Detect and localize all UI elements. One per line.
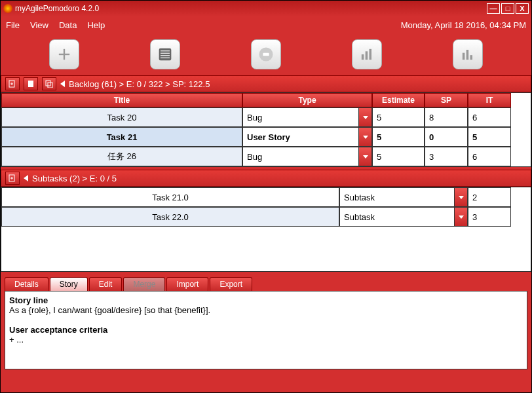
cell-title: 任务 26	[1, 147, 242, 166]
tab-story[interactable]: Story	[50, 277, 88, 291]
svg-rect-14	[28, 81, 33, 87]
backlog-header-text: Backlog (61) > E: 0 / 322 > SP: 122.5	[69, 79, 210, 89]
cell-type: Bug	[242, 107, 372, 127]
cell-type: Subtask	[339, 207, 468, 227]
svg-rect-6	[263, 53, 269, 56]
tab-export[interactable]: Export	[210, 277, 252, 291]
dropdown-icon[interactable]	[358, 147, 371, 166]
story-line-heading: Story line	[9, 295, 48, 305]
table-row[interactable]: Task 21.0 Subtask 2	[1, 187, 531, 207]
dropdown-icon[interactable]	[358, 108, 371, 126]
timer-button[interactable]	[251, 39, 281, 69]
toolbar	[1, 33, 531, 75]
doc-icon[interactable]	[24, 77, 38, 90]
table-row[interactable]: 任务 26 Bug 5 3 6	[1, 147, 531, 166]
cell-sp[interactable]: 8	[425, 107, 468, 127]
svg-rect-1	[161, 50, 170, 51]
cell-it[interactable]: 6	[468, 147, 511, 166]
cell-estimate[interactable]: 5	[372, 127, 425, 147]
story-line-text: As a {role}, I can/want {goal/desire} [s…	[9, 305, 210, 315]
dropdown-icon[interactable]	[454, 188, 467, 206]
cell-sp[interactable]: 0	[425, 127, 468, 147]
svg-rect-8	[366, 51, 368, 60]
cell-title: Task 21.0	[1, 187, 339, 207]
acceptance-heading: User acceptance criteria	[9, 325, 107, 335]
story-panel[interactable]: Story line As a {role}, I can/want {goal…	[5, 291, 527, 369]
col-type[interactable]: Type	[242, 93, 372, 107]
add-button[interactable]	[49, 39, 79, 69]
subtasks-grid: Task 21.0 Subtask 2 Task 22.0 Subtask 3	[1, 187, 531, 227]
col-sp[interactable]: SP	[425, 93, 468, 107]
svg-rect-2	[161, 53, 170, 54]
window-title: myAgilePomodoro 4.2.0	[15, 4, 485, 13]
list-button[interactable]	[150, 39, 180, 69]
cell-type: Bug	[242, 147, 372, 166]
new-doc-icon[interactable]	[5, 77, 20, 90]
col-title[interactable]: Title	[1, 93, 242, 107]
table-row[interactable]: Task 22.0 Subtask 3	[1, 207, 531, 227]
cell-type: Subtask	[339, 187, 468, 207]
tab-merge: Merge	[123, 277, 165, 291]
cell-num[interactable]: 2	[468, 187, 511, 207]
chart1-button[interactable]	[352, 39, 382, 69]
table-row[interactable]: Task 20 Bug 5 8 6	[1, 107, 531, 127]
svg-rect-11	[466, 50, 469, 60]
table-row-selected[interactable]: Task 21 User Story 5 0 5	[1, 127, 531, 147]
acceptance-text: + ...	[9, 335, 24, 345]
title-bar: myAgilePomodoro 4.2.0 — □ X	[1, 1, 531, 16]
svg-rect-3	[161, 55, 170, 56]
collapse-arrow-icon[interactable]	[24, 175, 28, 181]
svg-rect-10	[463, 53, 465, 60]
cell-title: Task 22.0	[1, 207, 339, 227]
tab-details[interactable]: Details	[5, 277, 48, 291]
menu-data[interactable]: Data	[59, 20, 77, 30]
minimize-button[interactable]: —	[487, 3, 500, 14]
close-button[interactable]: X	[516, 3, 529, 14]
menu-help[interactable]: Help	[87, 20, 105, 30]
cell-title: Task 21	[1, 127, 242, 147]
backlog-grid: Title Type Estimate SP IT Task 20 Bug 5 …	[1, 93, 531, 166]
svg-rect-4	[161, 58, 170, 58]
copy-icon[interactable]	[42, 77, 56, 90]
svg-rect-7	[362, 54, 364, 60]
col-estimate[interactable]: Estimate	[372, 93, 425, 107]
svg-rect-0	[159, 48, 172, 61]
maximize-button[interactable]: □	[501, 3, 514, 14]
detail-tabs: Details Story Edit Merge Import Export	[1, 274, 531, 291]
app-icon	[3, 4, 12, 13]
collapse-arrow-icon[interactable]	[60, 81, 65, 87]
new-doc-icon[interactable]	[5, 172, 20, 185]
tab-edit[interactable]: Edit	[89, 277, 123, 291]
cell-sp[interactable]: 3	[425, 147, 468, 166]
subtasks-header: Subtasks (2) > E: 0 / 5	[1, 170, 531, 187]
backlog-columns: Title Type Estimate SP IT	[1, 93, 531, 107]
cell-title: Task 20	[1, 107, 242, 127]
cell-num[interactable]: 3	[468, 207, 511, 227]
cell-type: User Story	[242, 127, 372, 147]
svg-rect-12	[470, 55, 473, 60]
menu-file[interactable]: File	[6, 20, 20, 30]
cell-it[interactable]: 5	[468, 127, 511, 147]
dropdown-icon[interactable]	[454, 208, 467, 226]
tab-import[interactable]: Import	[166, 277, 208, 291]
cell-estimate[interactable]: 5	[372, 147, 425, 166]
menu-view[interactable]: View	[30, 20, 48, 30]
date-label: Monday, April 18 2016, 04:34 PM	[401, 20, 526, 30]
menu-bar: File View Data Help Monday, April 18 201…	[1, 16, 531, 33]
col-it[interactable]: IT	[468, 93, 511, 107]
chart2-button[interactable]	[453, 39, 483, 69]
svg-rect-9	[370, 49, 372, 60]
cell-it[interactable]: 6	[468, 107, 511, 127]
dropdown-icon[interactable]	[358, 128, 371, 146]
subtasks-header-text: Subtasks (2) > E: 0 / 5	[32, 174, 117, 183]
cell-estimate[interactable]: 5	[372, 107, 425, 127]
backlog-header: Backlog (61) > E: 0 / 322 > SP: 122.5	[1, 75, 531, 92]
